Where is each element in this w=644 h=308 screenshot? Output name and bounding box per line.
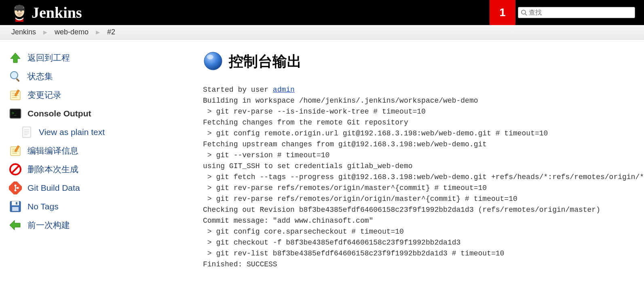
sidebar-label-console-output[interactable]: Console Output [27,109,91,118]
side-panel: 返回到工程 状态集 变更记录 >_ Console Output View as [0,40,203,270]
svg-rect-18 [23,127,31,137]
notepad-icon [9,89,22,101]
svg-rect-2 [16,5,23,9]
forbidden-icon [9,163,22,176]
header-right: 1 [490,0,639,25]
search-wrap [515,0,639,25]
svg-point-4 [21,10,22,12]
console-output: Started by user admin Building in worksp… [203,84,644,270]
sidebar-label-changes[interactable]: 变更记录 [27,89,61,101]
svg-marker-40 [10,220,20,230]
sidebar-item-back[interactable]: 返回到工程 [9,49,203,67]
main-panel: 控制台输出 Started by user admin Building in … [203,40,644,270]
notification-badge[interactable]: 1 [490,0,515,25]
svg-point-41 [204,52,222,70]
console-started-by-prefix: Started by user [203,86,273,94]
sidebar-item-delete-build[interactable]: 删除本次生成 [9,160,203,179]
sidebar-item-changes[interactable]: 变更记录 [9,86,203,104]
search-icon [521,9,527,16]
sidebar-label-edit-build[interactable]: 编辑编译信息 [27,145,78,156]
notepad-edit-icon [9,144,22,157]
chevron-right-icon: ▶ [96,29,100,35]
notification-count: 1 [499,6,506,19]
svg-point-8 [11,72,18,79]
svg-rect-37 [12,201,19,205]
sidebar-item-status[interactable]: 状态集 [9,67,203,86]
breadcrumb-build[interactable]: #2 [106,28,117,36]
sidebar-label-status[interactable]: 状态集 [27,71,53,82]
sidebar-label-delete-build[interactable]: 删除本次生成 [27,164,78,175]
search-input[interactable] [529,9,632,16]
sidebar-label-back[interactable]: 返回到工程 [27,52,70,63]
svg-text:>_: >_ [12,111,17,116]
breadcrumb-jenkins[interactable]: Jenkins [10,28,38,36]
up-arrow-icon [9,51,22,64]
svg-rect-38 [16,202,17,205]
git-icon [9,181,22,194]
jenkins-head-icon [11,3,27,22]
console-lines: Building in workspace /home/jenkins/.jen… [203,97,644,268]
page-body: 返回到工程 状态集 变更记录 >_ Console Output View as [0,40,644,270]
svg-point-3 [17,10,19,12]
document-icon [20,126,33,139]
svg-rect-39 [12,207,19,211]
svg-point-5 [522,10,526,14]
magnifier-icon [9,70,22,83]
blue-ball-icon [203,51,223,72]
svg-point-42 [207,55,213,59]
sidebar-item-plain-text[interactable]: View as plain text [20,123,203,141]
sidebar-label-plain-text[interactable]: View as plain text [39,127,105,137]
console-user-link[interactable]: admin [273,86,295,94]
sidebar-label-previous-build[interactable]: 前一次构建 [27,219,70,231]
sidebar-item-no-tags[interactable]: No Tags [9,197,203,216]
jenkins-logo-link[interactable]: Jenkins [11,3,82,22]
svg-line-6 [525,14,527,15]
top-header: Jenkins 1 [0,0,644,25]
breadcrumb-job[interactable]: web-demo [53,28,90,36]
left-arrow-icon [9,219,22,232]
sidebar-item-previous-build[interactable]: 前一次构建 [9,216,203,234]
chevron-right-icon: ▶ [43,29,47,35]
svg-marker-7 [11,53,20,63]
sidebar-label-git-data[interactable]: Git Build Data [27,183,80,193]
page-title-row: 控制台输出 [203,51,644,72]
breadcrumb-bar: Jenkins ▶ web-demo ▶ #2 [0,25,644,40]
page-title: 控制台输出 [229,52,302,72]
sidebar-item-git-data[interactable]: Git Build Data [9,179,203,197]
svg-rect-9 [16,78,20,82]
sidebar-label-no-tags[interactable]: No Tags [27,202,59,211]
terminal-icon: >_ [9,107,22,120]
search-box[interactable] [518,7,635,18]
sidebar-item-console-output[interactable]: >_ Console Output [9,104,203,123]
jenkins-logo-text: Jenkins [32,4,82,21]
save-icon [9,200,22,213]
sidebar-item-edit-build[interactable]: 编辑编译信息 [9,141,203,160]
